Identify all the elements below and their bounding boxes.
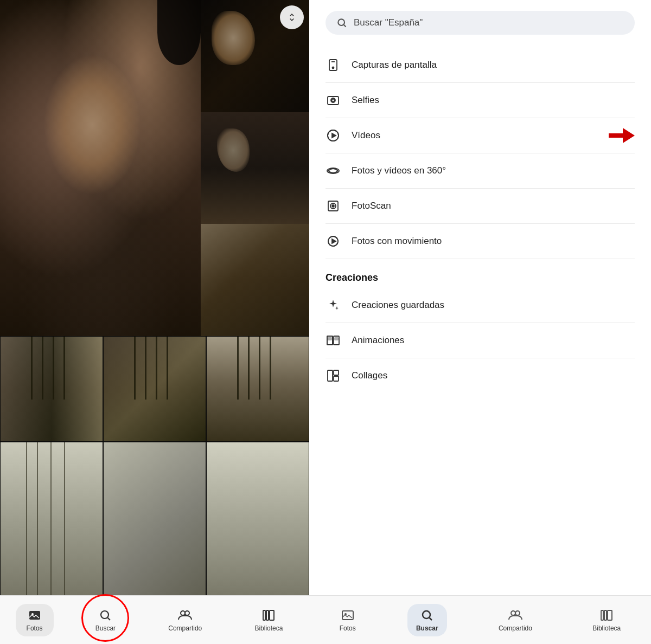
search-icon-left (98, 608, 112, 622)
fotoscan-label: FotoScan (352, 201, 635, 211)
menu-item-collages[interactable]: Collages (326, 358, 635, 393)
360-label: Fotos y vídeos en 360° (352, 165, 635, 176)
svg-rect-6 (263, 610, 265, 620)
photo-main-image (0, 0, 201, 336)
library-icon-left (261, 608, 276, 622)
photos-icon-right (341, 608, 355, 622)
svg-rect-44 (604, 610, 607, 620)
collage-icon (326, 368, 341, 383)
search-bar[interactable]: Buscar "España" (326, 11, 635, 35)
right-content: Buscar "España" Capturas de pantalla (309, 0, 651, 595)
360-icon (326, 163, 341, 178)
shared-icon-left (178, 608, 192, 622)
svg-rect-7 (266, 610, 269, 620)
video-icon (326, 128, 341, 143)
animation-icon (326, 333, 341, 348)
sparkle-icon (326, 298, 341, 313)
svg-marker-19 (332, 133, 336, 138)
photos-icon-left (28, 608, 42, 622)
nav-fotos-right[interactable]: Fotos (331, 604, 365, 636)
svg-point-39 (423, 611, 430, 619)
photo-grid-mid (0, 336, 309, 442)
svg-rect-35 (334, 370, 339, 375)
photo-mid-3[interactable] (206, 336, 309, 442)
svg-point-13 (333, 67, 334, 69)
screenshot-icon (326, 57, 341, 73)
menu-section: Capturas de pantalla Selfies (326, 48, 635, 393)
svg-point-4 (181, 611, 185, 615)
menu-item-videos[interactable]: Vídeos (326, 118, 635, 153)
photo-stack-right (201, 0, 309, 336)
svg-point-5 (185, 611, 189, 615)
guardadas-label: Creaciones guardadas (352, 300, 635, 311)
nav-fotos-label-right: Fotos (340, 624, 356, 632)
photo-thumb-mid[interactable] (201, 112, 309, 224)
videos-label: Vídeos (352, 130, 598, 141)
red-arrow-icon (609, 128, 635, 143)
menu-item-fotoscan[interactable]: FotoScan (326, 189, 635, 224)
svg-rect-21 (609, 133, 624, 138)
svg-point-41 (511, 611, 515, 615)
nav-biblioteca-left[interactable]: Biblioteca (244, 604, 293, 636)
selfies-label: Selfies (352, 95, 635, 106)
menu-item-capturas[interactable]: Capturas de pantalla (326, 48, 635, 83)
svg-line-40 (430, 617, 432, 620)
movimiento-icon (326, 234, 341, 249)
nav-biblioteca-label-right: Biblioteca (592, 624, 621, 632)
svg-line-10 (344, 25, 346, 27)
movimiento-label: Fotos con movimiento (352, 236, 635, 247)
search-icon-nav-right (420, 608, 434, 622)
creaciones-title: Creaciones (326, 272, 635, 284)
animaciones-label: Animaciones (352, 335, 635, 346)
nav-fotos-left[interactable]: Fotos (16, 604, 54, 636)
fotoscan-icon (326, 198, 341, 214)
menu-item-animaciones[interactable]: Animaciones (326, 323, 635, 358)
menu-item-selfies[interactable]: Selfies (326, 83, 635, 118)
bottom-nav-left: Fotos Buscar Compartido (0, 595, 309, 644)
svg-point-25 (332, 205, 334, 207)
nav-buscar-left[interactable]: Buscar (85, 604, 126, 636)
right-panel: Buscar "España" Capturas de pantalla (309, 0, 651, 644)
menu-item-movimiento[interactable]: Fotos con movimiento (326, 224, 635, 259)
library-icon-right (599, 608, 614, 622)
svg-rect-33 (335, 338, 338, 340)
svg-marker-20 (623, 128, 635, 143)
photo-mid-1[interactable] (0, 336, 103, 442)
svg-marker-28 (332, 239, 336, 243)
nav-compartido-label-left: Compartido (168, 624, 202, 632)
nav-compartido-label-right: Compartido (499, 624, 532, 632)
svg-line-3 (108, 617, 111, 620)
photo-thumb-top[interactable] (201, 0, 309, 112)
svg-rect-45 (608, 610, 612, 620)
svg-rect-34 (328, 370, 333, 381)
menu-item-guardadas[interactable]: Creaciones guardadas (326, 288, 635, 323)
svg-point-42 (515, 611, 520, 615)
photo-thumb-bot[interactable] (201, 224, 309, 336)
scroll-button[interactable] (280, 5, 304, 29)
photo-main-large[interactable] (0, 0, 201, 336)
left-panel: Fotos Buscar Compartido (0, 0, 309, 644)
svg-rect-8 (270, 610, 274, 620)
svg-point-2 (101, 611, 108, 619)
svg-point-9 (338, 19, 344, 25)
svg-point-16 (332, 99, 335, 102)
nav-compartido-left[interactable]: Compartido (157, 604, 213, 636)
menu-item-360[interactable]: Fotos y vídeos en 360° (326, 153, 635, 189)
svg-rect-32 (328, 338, 331, 340)
selfie-icon (326, 93, 341, 108)
photo-grid-top (0, 0, 309, 336)
capturas-label: Capturas de pantalla (352, 60, 635, 70)
nav-buscar-label-right: Buscar (416, 624, 438, 632)
svg-rect-36 (334, 376, 339, 381)
collages-label: Collages (352, 370, 635, 381)
nav-buscar-label-left: Buscar (95, 624, 116, 632)
nav-fotos-label-left: Fotos (27, 624, 43, 632)
photo-mid-2[interactable] (103, 336, 206, 442)
nav-compartido-right[interactable]: Compartido (490, 604, 541, 636)
nav-biblioteca-right[interactable]: Biblioteca (584, 604, 629, 636)
bottom-nav-right: Fotos Buscar Compartido (309, 595, 651, 644)
search-placeholder: Buscar "España" (354, 17, 624, 28)
svg-rect-43 (601, 610, 603, 620)
nav-buscar-right[interactable]: Buscar (407, 604, 447, 636)
shared-icon-right (508, 608, 522, 622)
